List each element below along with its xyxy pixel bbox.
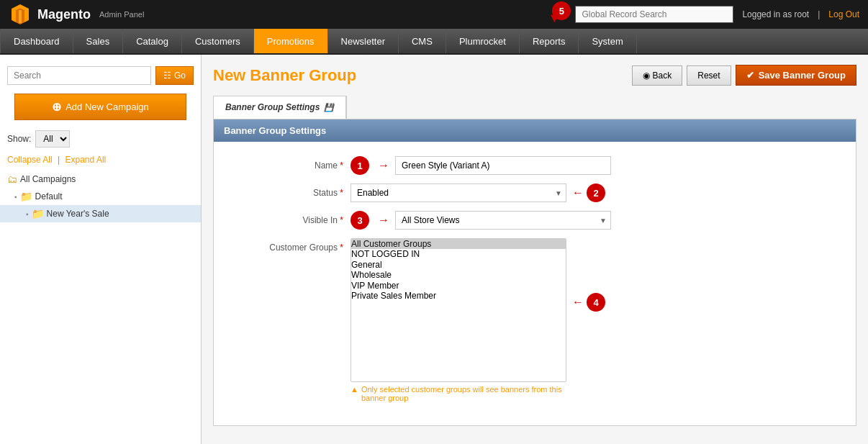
form-panel: Banner Group Settings Name * 1 → (213, 119, 856, 426)
add-campaign-button[interactable]: ⊕ Add New Campaign (14, 94, 186, 120)
top-right-area: 5 ▼ Logged in as root | Log Out (566, 6, 859, 23)
reset-label: Reset (697, 71, 720, 81)
save-label: Save Banner Group (759, 70, 846, 81)
name-row: Name * 1 → (228, 156, 841, 175)
callout-3-arrow: → (378, 214, 389, 227)
content-area: New Banner Group ◉ Back Reset ✔ Save Ban… (202, 55, 868, 444)
callout-1-arrow: → (378, 159, 389, 172)
status-field-wrapper: Enabled Disabled ▼ ← 2 (351, 184, 841, 202)
callout-1-bubble: 1 (351, 156, 369, 175)
search-input[interactable] (7, 66, 151, 85)
callout-4-bubble: 4 (587, 293, 605, 312)
tree-label-all-campaigns: All Campaigns (20, 174, 76, 184)
cg-option-all: All Customer Groups (351, 239, 566, 249)
name-field-wrapper: 1 → (351, 156, 841, 175)
nav-item-system[interactable]: System (579, 29, 636, 53)
add-campaign-label: Add New Campaign (65, 101, 149, 112)
customer-groups-required: * (340, 243, 343, 253)
logout-link[interactable]: Log Out (828, 9, 859, 19)
customer-groups-label-text: Customer Groups (269, 243, 338, 253)
show-select[interactable]: All (35, 130, 70, 148)
plus-icon: ⊕ (52, 100, 61, 114)
nav-item-sales[interactable]: Sales (73, 29, 124, 53)
status-row: Status * Enabled Disabled ▼ ← 2 (228, 184, 841, 202)
separator: | (818, 9, 820, 19)
nav-item-promotions[interactable]: Promotions (254, 29, 328, 53)
main-layout: ☷ Go ⊕ Add New Campaign Show: All Collap… (0, 55, 868, 444)
status-label: Status * (228, 184, 343, 198)
go-button[interactable]: ☷ Go (155, 66, 194, 85)
customer-groups-label: Customer Groups * (228, 238, 343, 253)
back-label: Back (653, 71, 672, 81)
form-section-header: Banner Group Settings (214, 119, 856, 142)
visible-in-label: Visible In * (228, 211, 343, 225)
save-banner-group-button[interactable]: ✔ Save Banner Group (736, 65, 856, 86)
logo-subtitle: Admin Panel (99, 10, 144, 19)
callout-3-bubble: 3 (351, 211, 369, 230)
tree-label-default: Default (35, 191, 63, 201)
name-control-wrap (395, 156, 611, 175)
back-icon: ◉ (643, 71, 650, 81)
visible-in-row: Visible In * 3 → All Store Views Default… (228, 211, 841, 230)
status-select[interactable]: Enabled Disabled (351, 184, 566, 202)
name-label-text: Name (315, 160, 338, 171)
go-label: Go (174, 71, 186, 81)
callout-2-arrow: ← (572, 186, 584, 199)
callout-5-arrow: ▼ (548, 12, 561, 24)
svg-rect-2 (19, 10, 22, 23)
cg-option-general: General (351, 260, 566, 270)
name-required: * (340, 160, 343, 171)
visible-in-select[interactable]: All Store Views Default Store View (395, 211, 611, 230)
logo-brand: Magento (37, 7, 91, 22)
nav-item-catalog[interactable]: Catalog (123, 29, 182, 53)
show-label: Show: (7, 134, 31, 144)
sidebar: ☷ Go ⊕ Add New Campaign Show: All Collap… (0, 55, 202, 444)
page-header: New Banner Group ◉ Back Reset ✔ Save Ban… (213, 65, 856, 86)
name-label: Name * (228, 156, 343, 171)
folder-icon-sale: 📁 (32, 208, 44, 219)
sidebar-search-row: ☷ Go (0, 62, 201, 89)
status-required: * (340, 188, 343, 198)
status-label-text: Status (313, 188, 338, 198)
toggle-default: ▪ (14, 193, 17, 201)
global-search-input[interactable] (575, 6, 733, 23)
back-button[interactable]: ◉ Back (632, 65, 683, 86)
visible-in-label-text: Visible In (303, 215, 338, 225)
customer-groups-listbox[interactable]: All Customer Groups NOT LOGGED IN Genera… (351, 238, 566, 382)
nav-item-reports[interactable]: Reports (520, 29, 579, 53)
top-bar: Magento Admin Panel 5 ▼ Logged in as roo… (0, 0, 868, 29)
cg-option-private: Private Sales Member (351, 291, 566, 301)
save-check-icon: ✔ (746, 70, 754, 81)
sidebar-item-default[interactable]: ▪ 📁 Default (0, 188, 201, 205)
name-input[interactable] (395, 156, 611, 175)
spreadsheet-icon: ☷ (163, 71, 171, 81)
show-row: Show: All (0, 124, 201, 153)
nav-bar: Dashboard Sales Catalog Customers Promot… (0, 29, 868, 55)
customer-groups-hint: ▲ Only selected customer groups will see… (351, 385, 566, 402)
nav-item-plumrocket[interactable]: Plumrocket (446, 29, 520, 53)
tree-label-new-years-sale: New Year's Sale (47, 209, 109, 219)
visible-in-field-wrapper: 3 → All Store Views Default Store View ▼ (351, 211, 841, 230)
nav-item-customers[interactable]: Customers (182, 29, 254, 53)
customer-groups-field-wrapper: All Customer Groups NOT LOGGED IN Genera… (351, 238, 841, 402)
customer-groups-row: Customer Groups * All Customer Groups NO… (228, 238, 841, 402)
sidebar-item-all-campaigns[interactable]: 🗂 All Campaigns (0, 171, 201, 188)
hint-triangle-icon: ▲ (351, 385, 358, 394)
visible-in-required: * (340, 215, 343, 225)
nav-item-cms[interactable]: CMS (399, 29, 446, 53)
expand-all-link[interactable]: Expand All (65, 155, 107, 165)
toggle-sale: ▪ (26, 210, 29, 218)
status-control-wrap: Enabled Disabled ▼ (351, 184, 566, 202)
add-campaign-wrapper: ⊕ Add New Campaign (0, 94, 201, 120)
nav-item-dashboard[interactable]: Dashboard (0, 29, 73, 53)
folder-icon-all: 🗂 (7, 173, 17, 185)
form-body: Name * 1 → Status (214, 142, 856, 425)
nav-item-newsletter[interactable]: Newsletter (328, 29, 399, 53)
collapse-all-link[interactable]: Collapse All (7, 155, 53, 165)
tab-banner-group-settings[interactable]: Banner Group Settings 💾 (214, 96, 346, 119)
folder-icon-default: 📁 (20, 191, 32, 202)
callout-4-arrow: ← (572, 296, 584, 309)
reset-button[interactable]: Reset (687, 65, 731, 86)
sidebar-item-new-years-sale[interactable]: ▪ 📁 New Year's Sale (0, 205, 201, 222)
hint-text: Only selected customer groups will see b… (361, 385, 566, 402)
